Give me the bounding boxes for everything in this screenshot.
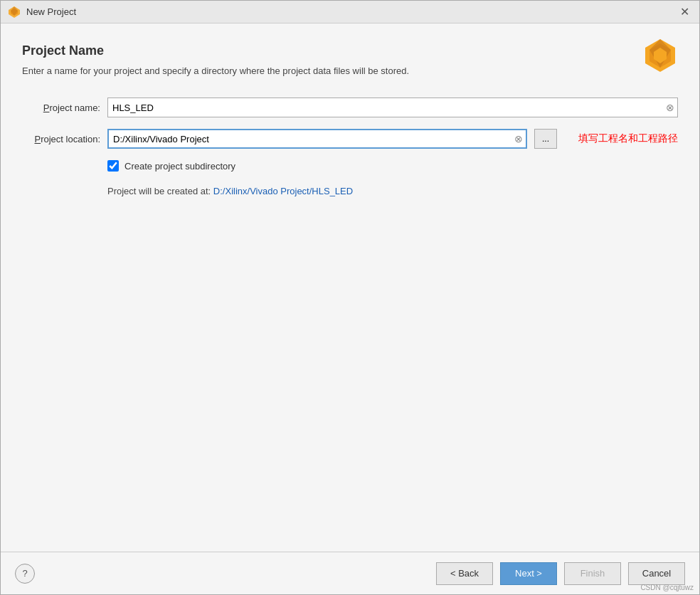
- project-location-label-text: Project location:: [35, 134, 101, 144]
- project-name-clear-button[interactable]: ⊗: [663, 102, 677, 113]
- annotation-text: 填写工程名和工程路径: [578, 132, 678, 145]
- page-description: Enter a name for your project and specif…: [22, 65, 678, 76]
- project-location-row: Project location: ⊗ ... 填写工程名和工程路径: [22, 129, 678, 149]
- title-bar: New Project ✕: [1, 1, 699, 23]
- project-path-link: D:/Xilinx/Vivado Project/HLS_LED: [213, 186, 353, 196]
- footer-buttons: < Back Next > Finish Cancel: [436, 562, 685, 585]
- project-location-label: Project location:: [22, 134, 100, 144]
- project-name-row: Project name: ⊗: [22, 98, 678, 117]
- project-name-input-wrapper: ⊗: [107, 98, 678, 117]
- vivado-title-icon: [8, 6, 21, 19]
- create-subdirectory-label: Create project subdirectory: [124, 161, 235, 172]
- help-button[interactable]: ?: [15, 564, 35, 584]
- project-name-input[interactable]: [108, 98, 663, 117]
- dialog-footer: ? < Back Next > Finish Cancel: [1, 552, 699, 594]
- cancel-button[interactable]: Cancel: [628, 562, 685, 585]
- main-content: Project Name Enter a name for your proje…: [1, 23, 699, 552]
- watermark-text: CSDN @cqjtuwz: [640, 584, 694, 591]
- project-form: Project name: ⊗ Project location: ⊗ ... …: [22, 98, 678, 196]
- create-subdirectory-checkbox[interactable]: [107, 160, 119, 172]
- dialog-title: New Project: [26, 6, 76, 17]
- project-path-prefix: Project will be created at:: [107, 186, 213, 196]
- title-bar-left: New Project: [8, 6, 76, 19]
- project-location-input[interactable]: [109, 130, 511, 147]
- vivado-logo-icon: [642, 38, 678, 73]
- project-name-label: Project name:: [22, 102, 100, 113]
- project-name-label-text: Project name:: [43, 102, 100, 113]
- next-button[interactable]: Next >: [500, 562, 557, 585]
- footer-left: ?: [15, 564, 35, 584]
- browse-button[interactable]: ...: [534, 129, 557, 149]
- new-project-dialog: New Project ✕ Project Name Enter a name …: [0, 0, 700, 595]
- project-location-clear-button[interactable]: ⊗: [511, 133, 526, 144]
- finish-button[interactable]: Finish: [564, 562, 621, 585]
- project-location-input-wrapper: ⊗: [107, 129, 527, 149]
- create-subdirectory-row: Create project subdirectory: [107, 160, 678, 172]
- page-title: Project Name: [22, 43, 678, 58]
- back-button[interactable]: < Back: [436, 562, 493, 585]
- close-button[interactable]: ✕: [677, 5, 692, 19]
- project-path-info: Project will be created at: D:/Xilinx/Vi…: [107, 186, 678, 196]
